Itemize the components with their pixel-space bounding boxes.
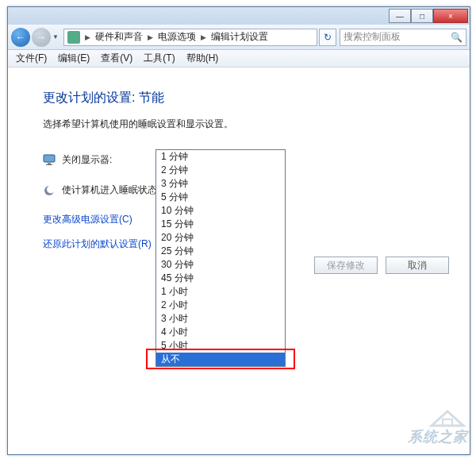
sleep-label: 使计算机进入睡眠状态:: [62, 183, 159, 197]
moon-icon: [43, 184, 56, 197]
dropdown-option[interactable]: 5 小时: [156, 339, 285, 353]
menu-tools[interactable]: 工具(T): [139, 50, 179, 67]
window-frame: — □ × ← → ▼ ▶ 硬件和声音 ▶ 电源选项 ▶ 编辑计划设置 ↻ 搜索…: [7, 6, 470, 455]
breadcrumb-item[interactable]: 硬件和声音: [95, 30, 143, 44]
dropdown-option[interactable]: 5 分钟: [156, 191, 285, 204]
nav-arrows: ← → ▼: [8, 28, 63, 47]
dropdown-option[interactable]: 2 分钟: [156, 164, 285, 177]
minimize-button[interactable]: —: [389, 9, 411, 23]
dropdown-option[interactable]: 2 小时: [156, 299, 285, 312]
maximize-button[interactable]: □: [411, 9, 433, 23]
dropdown-option[interactable]: 4 小时: [156, 326, 285, 339]
menu-edit[interactable]: 编辑(E): [53, 50, 94, 67]
address-bar[interactable]: ▶ 硬件和声音 ▶ 电源选项 ▶ 编辑计划设置: [63, 29, 317, 46]
dropdown-option[interactable]: 1 分钟: [156, 150, 285, 164]
dropdown-option[interactable]: 1 小时: [156, 285, 285, 299]
dropdown-option[interactable]: 15 分钟: [156, 218, 285, 231]
action-buttons: 保存修改 取消: [314, 256, 449, 274]
nav-bar: ← → ▼ ▶ 硬件和声音 ▶ 电源选项 ▶ 编辑计划设置 ↻ 搜索控制面板 🔍: [8, 25, 470, 50]
menu-bar: 文件(F) 编辑(E) 查看(V) 工具(T) 帮助(H): [8, 50, 470, 68]
page-description: 选择希望计算机使用的睡眠设置和显示设置。: [43, 118, 470, 131]
breadcrumb-item[interactable]: 电源选项: [158, 30, 196, 44]
page-title: 更改计划的设置: 节能: [43, 90, 470, 106]
svg-rect-0: [44, 155, 55, 162]
search-icon[interactable]: 🔍: [451, 32, 463, 43]
dropdown-option[interactable]: 25 分钟: [156, 245, 285, 258]
forward-button[interactable]: →: [32, 28, 51, 47]
svg-rect-1: [48, 163, 51, 164]
save-button[interactable]: 保存修改: [314, 256, 378, 274]
dropdown-option[interactable]: 45 分钟: [156, 272, 285, 285]
svg-rect-2: [46, 164, 52, 165]
menu-view[interactable]: 查看(V): [96, 50, 137, 67]
display-off-dropdown[interactable]: 1 分钟2 分钟3 分钟5 分钟10 分钟15 分钟20 分钟25 分钟30 分…: [155, 149, 286, 367]
monitor-icon: [43, 153, 56, 166]
dropdown-option[interactable]: 30 分钟: [156, 258, 285, 272]
dropdown-option[interactable]: 3 分钟: [156, 177, 285, 191]
watermark-text: 系统之家: [408, 427, 468, 446]
titlebar: — □ ×: [8, 7, 470, 25]
control-panel-icon: [67, 31, 80, 44]
search-input[interactable]: 搜索控制面板 🔍: [340, 29, 466, 46]
svg-point-4: [47, 185, 55, 193]
chevron-right-icon: ▶: [85, 33, 90, 41]
refresh-button[interactable]: ↻: [319, 29, 336, 46]
back-button[interactable]: ←: [11, 28, 30, 47]
breadcrumb-item[interactable]: 编辑计划设置: [211, 30, 268, 44]
search-placeholder: 搜索控制面板: [344, 30, 401, 44]
close-button[interactable]: ×: [433, 9, 468, 23]
window-controls: — □ ×: [389, 9, 468, 23]
dropdown-option[interactable]: 从不: [156, 353, 285, 366]
cancel-button[interactable]: 取消: [386, 256, 449, 274]
dropdown-option[interactable]: 10 分钟: [156, 204, 285, 218]
chevron-right-icon: ▶: [201, 33, 206, 41]
display-off-label: 关闭显示器:: [62, 153, 155, 167]
menu-file[interactable]: 文件(F): [11, 50, 52, 67]
chevron-right-icon: ▶: [148, 33, 153, 41]
dropdown-option[interactable]: 20 分钟: [156, 231, 285, 245]
dropdown-option[interactable]: 3 小时: [156, 312, 285, 326]
nav-history-dropdown[interactable]: ▼: [52, 33, 60, 40]
menu-help[interactable]: 帮助(H): [182, 50, 224, 67]
watermark-logo: [428, 403, 466, 429]
